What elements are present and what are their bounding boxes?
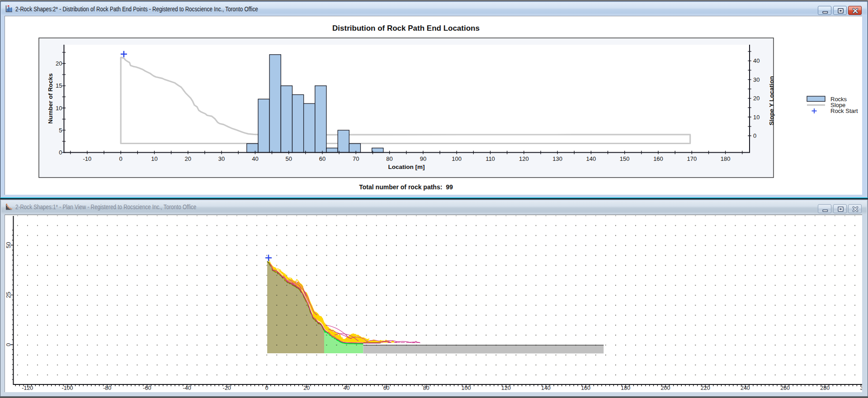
svg-text:10: 10 [753,114,760,121]
svg-text:20: 20 [185,155,191,162]
svg-text:5: 5 [59,127,62,134]
svg-text:240: 240 [741,385,750,391]
svg-text:50: 50 [285,155,292,162]
svg-text:120: 120 [501,385,511,391]
svg-text:20: 20 [56,60,62,67]
svg-text:160: 160 [653,155,663,162]
svg-text:0: 0 [119,155,123,162]
svg-text:0: 0 [265,385,269,391]
svg-text:0: 0 [5,343,12,346]
svg-text:20: 20 [303,385,310,391]
svg-text:100: 100 [462,385,471,391]
svg-text:Rock Start: Rock Start [830,108,858,114]
svg-text:100: 100 [452,155,462,162]
svg-text:Location [m]: Location [m] [388,164,425,170]
svg-text:40: 40 [343,385,349,391]
svg-text:180: 180 [721,155,731,162]
svg-text:40: 40 [753,57,760,64]
svg-text:0: 0 [753,132,756,139]
svg-text:150: 150 [620,155,630,162]
svg-text:-120: -120 [22,385,33,391]
svg-text:-80: -80 [103,385,111,391]
svg-text:Distribution of Rock Path End: Distribution of Rock Path End Locations [332,24,480,33]
svg-text:40: 40 [252,155,258,162]
svg-text:-100: -100 [61,385,73,391]
svg-text:80: 80 [423,385,429,391]
svg-text:-60: -60 [143,385,151,391]
svg-text:Total number of rock paths: 9: Total number of rock paths: 99 [359,183,453,191]
svg-text:10: 10 [151,155,157,162]
svg-text:130: 130 [552,155,562,162]
svg-text:15: 15 [56,82,62,89]
svg-text:10: 10 [56,105,62,112]
svg-text:30: 30 [218,155,225,162]
svg-text:120: 120 [519,155,529,162]
svg-text:25: 25 [5,292,12,298]
svg-text:Number of Rocks: Number of Rocks [47,73,54,124]
svg-text:-20: -20 [223,385,231,391]
svg-text:50: 50 [5,242,12,248]
svg-text:170: 170 [687,155,697,162]
svg-text:220: 220 [701,385,710,391]
svg-text:Slope Y Location: Slope Y Location [768,76,775,125]
svg-text:-40: -40 [183,385,191,391]
svg-text:140: 140 [541,385,551,391]
svg-text:0: 0 [59,149,62,156]
svg-text:260: 260 [780,385,790,391]
svg-text:60: 60 [319,155,326,162]
svg-text:140: 140 [586,155,596,162]
svg-text:-10: -10 [83,155,92,162]
svg-text:200: 200 [661,385,670,391]
svg-text:280: 280 [820,385,830,391]
svg-text:300: 300 [860,385,862,391]
svg-text:30: 30 [753,76,760,83]
svg-text:70: 70 [353,155,359,162]
svg-text:160: 160 [581,385,590,391]
svg-text:20: 20 [753,95,760,102]
svg-text:180: 180 [621,385,630,391]
svg-text:80: 80 [386,155,392,162]
svg-text:110: 110 [486,155,495,162]
svg-text:90: 90 [420,155,426,162]
svg-text:60: 60 [383,385,390,391]
